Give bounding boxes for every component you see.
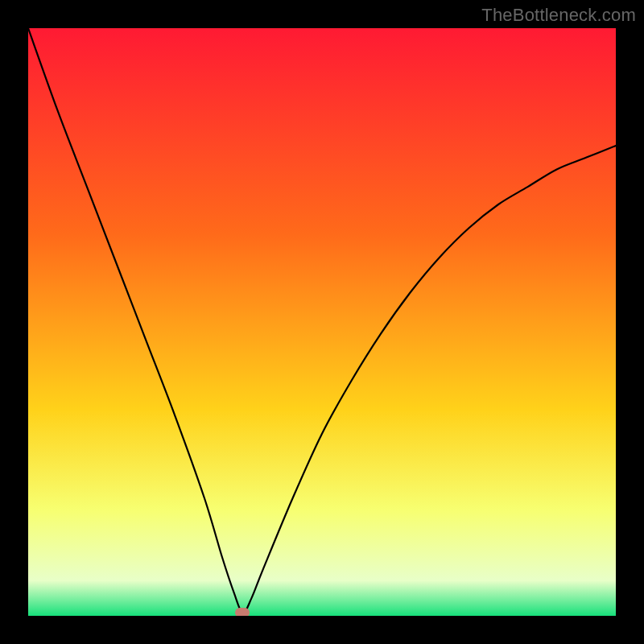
plot-area [28,28,616,616]
watermark-text: TheBottleneck.com [481,5,636,26]
bottleneck-curve [28,28,616,616]
minimum-marker [235,608,250,616]
chart-frame: TheBottleneck.com [0,0,644,644]
curve-path [28,28,616,613]
